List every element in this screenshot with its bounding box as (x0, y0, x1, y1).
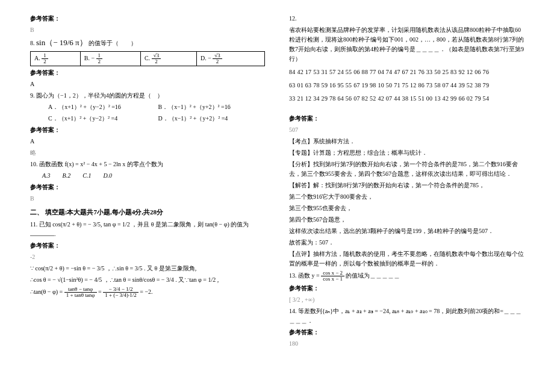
q13-den: cos x − 1 (321, 276, 344, 282)
q8-choice-table: A. 12 B. − 12 C. √32 D. − √32 (30, 51, 265, 66)
q13-ans: [ 3/2 , +∞) (289, 295, 524, 305)
q12-jd5: 这样依次读出结果，选出的第3颗种子的编号是199，第4粒种子的编号是507． (289, 226, 524, 236)
q11-s3: ∴tan(θ − φ) = tanθ − tanφ1 + tanθ tanφ =… (30, 287, 265, 298)
ans-label-4: 参考答案： (30, 182, 265, 192)
q14-text: 14. 等差数列{aₙ}中，a₁ + a₂ + a₃ = −24, a₁₈ + … (289, 306, 524, 326)
q12-jd1: 【解答】解：找到第8行第7列的数开始向右读，第一个符合条件的是785， (289, 181, 524, 190)
q9-row2: C．（x+1）² +（y−2）² =4 D．（x−1）² +（y+2）² =4 (30, 114, 265, 123)
q12-dp: 【点评】抽样方法，随机数表的使用，考生不要忽略，在随机数表中每个数出现在每个位置… (289, 249, 524, 269)
ans-value: B (30, 25, 265, 35)
q11-pre: 11. 已知 (30, 221, 51, 228)
q11-mid: ，并且 θ 是第二象限角，则 tan(θ − φ) 的值为 (131, 221, 249, 228)
blank (30, 230, 54, 236)
q14-ans: 180 (289, 339, 524, 349)
q12-kd: 【考点】系统抽样方法． (289, 137, 524, 146)
q12-jd2: 第二个数916它大于800要舍去， (289, 192, 524, 202)
q13-ans-label: 参考答案： (289, 284, 524, 293)
q12-l1: 省农科站要检测某品牌种子的发芽率，计划采用随机数表法从该品牌800粒种子中抽取6… (289, 25, 524, 64)
q11-s4-den: 1 + (− 3/4)·1/2 (103, 293, 138, 298)
rand-row-3: 33 21 12 34 29 78 64 56 07 82 52 42 07 4… (289, 94, 524, 104)
q9-b: B．（x−1）² +（y+2）² =16 (158, 104, 231, 110)
q8-expr: sin（− 19/6 π） (36, 38, 87, 47)
q8-b-label: B. (84, 55, 90, 61)
q9-a: A．（x+1）² +（y−2）² =16 (48, 102, 157, 112)
rand-row-1: 84 42 17 53 31 57 24 55 06 88 77 04 74 4… (289, 67, 524, 77)
q13-pre: 13. 函数 (289, 272, 310, 279)
q13-line: 13. 函数 y = cos x − 2cos x − 1 的值域为＿＿＿＿＿ (289, 270, 524, 282)
q12-jd3: 第三个数955也要舍去， (289, 204, 524, 213)
q12-zt: 【专题】计算题；方程思想；综合法；概率与统计． (289, 148, 524, 158)
q11-e1: cos(π/2 + θ) = − 3/5, tan φ = 1/2 (52, 221, 130, 228)
q8-a-label: A. (34, 55, 40, 61)
q9-text: 9. 圆心为（−1，2），半径为4的圆的方程是（ ） (30, 91, 265, 101)
q9-c: C．（x+1）² +（y−2）² =4 (48, 114, 157, 123)
ans-label-2: 参考答案： (30, 68, 265, 78)
ans-label-3: 参考答案： (30, 125, 265, 135)
q10-choices: A.3 B.2 C.1 D.0 (30, 171, 265, 181)
lue: 略 (30, 148, 265, 158)
q12-jd4: 第四个数567合题意， (289, 215, 524, 225)
q14-ans-label: 参考答案： (289, 328, 524, 337)
q11-ans: -2 (30, 252, 265, 262)
q12-fx: 【分析】找到第8行第7列的数开始向右读，第一个符合条件的是785，第二个数916… (289, 160, 524, 179)
q10-text: 10. 函数函数 f(x) = x² − 4x + 5 − 2ln x 的零点个… (30, 160, 265, 169)
q9-row1: A．（x+1）² +（y−2）² =16 B．（x−1）² +（y+2）² =1… (30, 102, 265, 112)
q11-s3-pre: ∴tan(θ − φ) = (30, 288, 63, 295)
ans-value-a2: A (30, 137, 265, 146)
q12-num: 12. (289, 14, 524, 23)
q8-line: 8. sin（− 19/6 π） 的值等于（ ） (30, 37, 265, 49)
ans-label: 参考答案： (30, 14, 265, 23)
q8-tail: 的值等于（ ） (89, 40, 137, 46)
q13-tail: 的值域为＿＿＿＿＿ (346, 272, 400, 279)
q8-num: 8. (30, 40, 35, 46)
ans-label-5: 参考答案： (30, 241, 265, 250)
q11-s3-den: 1 + tanθ tanφ (64, 293, 97, 298)
q12-ans-label: 参考答案： (289, 114, 524, 123)
q13-mid: y = (312, 272, 320, 279)
q12-jd6: 故答案为：507． (289, 238, 524, 247)
q8-c-label: C. (145, 55, 150, 61)
section2-title: 二、 填空题:本大题共7小题,每小题4分,共28分 (30, 207, 265, 218)
q8-d-label: D. (201, 55, 207, 61)
rand-row-2: 63 01 63 78 59 16 95 55 67 19 98 10 50 7… (289, 81, 524, 90)
ans-value-a: A (30, 79, 265, 89)
q11-s1: ∵ cos(π/2 + θ) = −sin θ = − 3/5 ，∴sin θ … (30, 264, 265, 273)
q11-line: 11. 已知 cos(π/2 + θ) = − 3/5, tan φ = 1/2… (30, 220, 265, 239)
q11-s3-res: = −2. (140, 288, 152, 295)
q11-s2: ∴cos θ = − √(1−sin²θ) = − 4/5 ，∴tan θ = … (30, 275, 265, 285)
q9-d: D．（x−1）² +（y+2）² =4 (158, 115, 228, 122)
q12-ans: 507 (289, 125, 524, 135)
q11-s3-eq: = (98, 288, 102, 295)
ans-b2: B (30, 194, 265, 204)
